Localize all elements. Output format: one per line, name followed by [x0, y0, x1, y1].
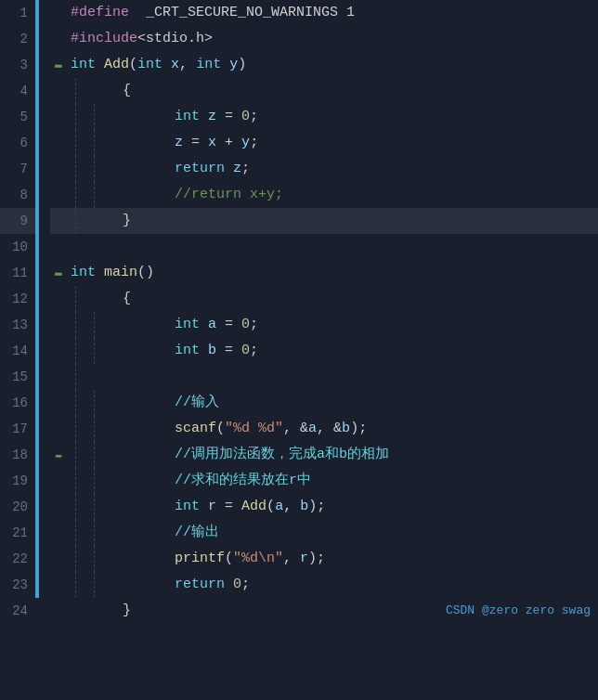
- gutter-space-18: [39, 442, 50, 468]
- line-9: 9 }: [0, 208, 598, 234]
- line-1: 1 #define _CRT_SECURE_NO_WARNINGS 1: [0, 0, 598, 26]
- line-8: 8 //return x+y;: [0, 182, 598, 208]
- line-num-6: 6: [0, 130, 35, 156]
- code-11: int main(): [67, 260, 598, 286]
- gutter-space-17: [39, 416, 50, 442]
- code-19: //求和的结果放在r中: [104, 468, 598, 494]
- gutter-space-11: [39, 260, 50, 286]
- indent-22b: [85, 546, 104, 572]
- indent-7a: [67, 156, 85, 182]
- line-num-20: 20: [0, 494, 35, 520]
- indent-17b: [85, 416, 104, 442]
- indent-19a: [67, 468, 85, 494]
- indent-9: [67, 208, 85, 234]
- code-21: //输出: [104, 520, 598, 546]
- line-24: 24 } CSDN @zero zero swag: [0, 598, 598, 624]
- fold-8: [50, 182, 67, 208]
- indent-16b: [85, 390, 104, 416]
- fold-1: [50, 0, 67, 26]
- fold-21: [50, 520, 67, 546]
- gutter-space-20: [39, 494, 50, 520]
- fold-3: ▬: [50, 52, 67, 78]
- fold-7: [50, 156, 67, 182]
- line-15: 15: [0, 364, 598, 390]
- code-22: printf("%d\n", r);: [104, 546, 598, 572]
- code-7: return z;: [104, 156, 598, 182]
- line-3: 3 ▬ int Add(int x, int y): [0, 52, 598, 78]
- fold-20: [50, 494, 67, 520]
- line-num-8: 8: [0, 182, 35, 208]
- line-19: 19 //求和的结果放在r中: [0, 468, 598, 494]
- code-6: z = x + y;: [104, 130, 598, 156]
- fold-22: [50, 546, 67, 572]
- fold-15: [50, 364, 67, 390]
- line-11: 11 ▬ int main(): [0, 260, 598, 286]
- line-13: 13 int a = 0;: [0, 312, 598, 338]
- line-20: 20 int r = Add(a, b);: [0, 494, 598, 520]
- code-9: }: [85, 208, 598, 234]
- gutter-space-12: [39, 286, 50, 312]
- code-10: [67, 234, 598, 260]
- fold-19: [50, 468, 67, 494]
- indent-18a: [67, 442, 85, 468]
- fold-13: [50, 312, 67, 338]
- line-17: 17 scanf("%d %d", &a, &b);: [0, 416, 598, 442]
- code-editor: 1 #define _CRT_SECURE_NO_WARNINGS 1 2 #i…: [0, 0, 598, 700]
- code-8: //return x+y;: [104, 182, 598, 208]
- fold-23: [50, 572, 67, 598]
- line-num-16: 16: [0, 390, 35, 416]
- indent-16a: [67, 390, 85, 416]
- line-14: 14 int b = 0;: [0, 338, 598, 364]
- code-12: {: [85, 286, 598, 312]
- line-16: 16 //输入: [0, 390, 598, 416]
- line-num-12: 12: [0, 286, 35, 312]
- gutter-space-8: [39, 182, 50, 208]
- line-18: 18 ▬ //调用加法函数，完成a和b的相加: [0, 442, 598, 468]
- line-num-21: 21: [0, 520, 35, 546]
- line-num-14: 14: [0, 338, 35, 364]
- indent-8b: [85, 182, 104, 208]
- line-num-2: 2: [0, 26, 35, 52]
- indent-13a: [67, 312, 85, 338]
- indent-15a: [67, 364, 85, 390]
- code-18: //调用加法函数，完成a和b的相加: [104, 442, 598, 468]
- gutter-space-15: [39, 364, 50, 390]
- fold-16: [50, 390, 67, 416]
- fold-17: [50, 416, 67, 442]
- gutter-space-22: [39, 546, 50, 572]
- code-14: int b = 0;: [104, 338, 598, 364]
- indent-20a: [67, 494, 85, 520]
- line-num-13: 13: [0, 312, 35, 338]
- fold-12: [50, 286, 67, 312]
- line-num-1: 1: [0, 0, 35, 26]
- fold-6: [50, 130, 67, 156]
- indent-6a: [67, 130, 85, 156]
- code-15: [85, 364, 598, 390]
- line-10: 10: [0, 234, 598, 260]
- code-2: #include<stdio.h>: [67, 26, 598, 52]
- gutter-space-10: [39, 234, 50, 260]
- gutter-space-19: [39, 468, 50, 494]
- code-20: int r = Add(a, b);: [104, 494, 598, 520]
- line-6: 6 z = x + y;: [0, 130, 598, 156]
- fold-18: ▬: [50, 442, 67, 468]
- line-num-22: 22: [0, 546, 35, 572]
- gutter-space-16: [39, 390, 50, 416]
- indent-4: [67, 78, 85, 104]
- indent-18b: [85, 442, 104, 468]
- gutter-space-2: [39, 26, 50, 52]
- indent-17a: [67, 416, 85, 442]
- gutter-space-13: [39, 312, 50, 338]
- line-num-4: 4: [0, 78, 35, 104]
- gutter-space-21: [39, 520, 50, 546]
- gutter-space-23: [39, 572, 50, 598]
- fold-5: [50, 104, 67, 130]
- indent-19b: [85, 468, 104, 494]
- fold-11: ▬: [50, 260, 67, 286]
- line-num-3: 3: [0, 52, 35, 78]
- fold-10: [50, 234, 67, 260]
- gutter-space-14: [39, 338, 50, 364]
- code-4: {: [85, 78, 598, 104]
- gutter-space-4: [39, 78, 50, 104]
- indent-20b: [85, 494, 104, 520]
